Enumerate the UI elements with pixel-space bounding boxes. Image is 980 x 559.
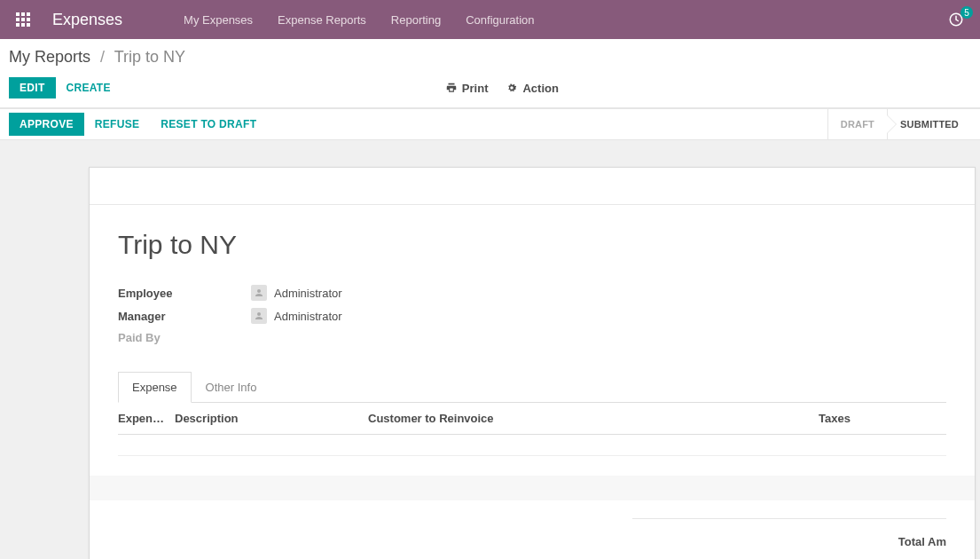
breadcrumb-separator: / bbox=[100, 48, 105, 66]
list-footer-band bbox=[90, 476, 975, 500]
refuse-button[interactable]: REFUSE bbox=[84, 113, 150, 136]
breadcrumb: My Reports / Trip to NY bbox=[9, 48, 971, 67]
status-step-submitted[interactable]: SUBMITTED bbox=[887, 109, 971, 139]
avatar-icon bbox=[251, 285, 267, 301]
tab-other-info[interactable]: Other Info bbox=[192, 372, 271, 403]
status-steps: DRAFT SUBMITTED bbox=[827, 109, 971, 139]
tab-expense[interactable]: Expense bbox=[118, 372, 192, 403]
control-panel: My Reports / Trip to NY EDIT CREATE Prin… bbox=[0, 39, 980, 108]
print-button[interactable]: Print bbox=[445, 82, 489, 95]
approve-button[interactable]: APPROVE bbox=[9, 113, 84, 136]
col-expense-date[interactable]: Expen… bbox=[118, 412, 175, 425]
svg-rect-7 bbox=[21, 23, 25, 27]
avatar-icon bbox=[251, 308, 267, 324]
col-taxes[interactable]: Taxes bbox=[819, 412, 925, 425]
col-description[interactable]: Description bbox=[175, 412, 368, 425]
svg-rect-5 bbox=[27, 18, 30, 21]
field-manager: Manager Administrator bbox=[118, 308, 946, 324]
total-row: Total Am bbox=[632, 518, 946, 548]
svg-rect-0 bbox=[16, 12, 20, 16]
status-step-draft[interactable]: DRAFT bbox=[827, 109, 887, 139]
sheet-ribbon bbox=[90, 168, 975, 205]
main-nav: My Expenses Expense Reports Reporting Co… bbox=[171, 13, 948, 27]
activity-icon[interactable]: 5 bbox=[948, 12, 964, 28]
manager-value: Administrator bbox=[274, 310, 342, 323]
top-navbar: Expenses My Expenses Expense Reports Rep… bbox=[0, 0, 980, 39]
breadcrumb-root[interactable]: My Reports bbox=[9, 48, 90, 66]
field-employee: Employee Administrator bbox=[118, 285, 946, 301]
record-title: Trip to NY bbox=[118, 230, 946, 260]
apps-icon[interactable] bbox=[16, 12, 30, 27]
svg-rect-8 bbox=[27, 23, 30, 27]
svg-rect-6 bbox=[16, 23, 20, 27]
notebook-tabs: Expense Other Info bbox=[118, 371, 946, 403]
status-bar: APPROVE REFUSE RESET TO DRAFT DRAFT SUBM… bbox=[0, 108, 980, 140]
breadcrumb-leaf: Trip to NY bbox=[114, 48, 185, 66]
sheet-container: Trip to NY Employee Administrator Manage… bbox=[0, 140, 980, 559]
svg-rect-4 bbox=[21, 18, 25, 21]
nav-configuration[interactable]: Configuration bbox=[453, 13, 546, 27]
app-brand[interactable]: Expenses bbox=[52, 11, 122, 29]
field-paid-by: Paid By bbox=[118, 331, 946, 344]
action-label: Action bbox=[522, 82, 558, 95]
edit-button[interactable]: EDIT bbox=[9, 77, 56, 98]
employee-label: Employee bbox=[118, 287, 251, 300]
expense-list-header: Expen… Description Customer to Reinvoice… bbox=[118, 403, 946, 435]
notification-badge: 5 bbox=[960, 6, 973, 19]
nav-expense-reports[interactable]: Expense Reports bbox=[265, 13, 379, 27]
print-icon bbox=[445, 82, 458, 94]
action-button[interactable]: Action bbox=[506, 82, 558, 95]
reset-to-draft-button[interactable]: RESET TO DRAFT bbox=[150, 113, 267, 136]
nav-reporting[interactable]: Reporting bbox=[379, 13, 453, 27]
expense-list-body bbox=[118, 435, 946, 456]
gear-icon bbox=[506, 82, 518, 94]
paid-by-label: Paid By bbox=[118, 331, 251, 344]
employee-value: Administrator bbox=[274, 287, 342, 300]
create-button[interactable]: CREATE bbox=[56, 77, 122, 98]
nav-my-expenses[interactable]: My Expenses bbox=[171, 13, 265, 27]
svg-rect-3 bbox=[16, 18, 20, 21]
col-customer[interactable]: Customer to Reinvoice bbox=[368, 412, 819, 425]
form-sheet: Trip to NY Employee Administrator Manage… bbox=[89, 167, 976, 559]
manager-label: Manager bbox=[118, 310, 251, 323]
total-amount-label: Total Am bbox=[898, 535, 946, 548]
svg-rect-1 bbox=[21, 12, 25, 16]
print-label: Print bbox=[462, 82, 489, 95]
svg-rect-2 bbox=[27, 12, 30, 16]
